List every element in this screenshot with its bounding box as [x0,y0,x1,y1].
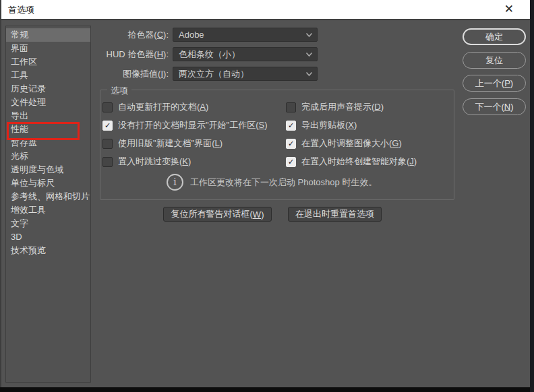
checkbox-show-start-workspace[interactable]: ✓ 没有打开的文档时显示"开始"工作区(S) [102,120,268,131]
sidebar-item-general[interactable]: 常规 [6,28,90,42]
sidebar-item-performance[interactable]: 性能 [6,123,90,136]
checkbox-always-create-smart-objects[interactable]: ✓ 在置入时始终创建智能对象(J) [286,156,417,167]
background-behind-window-bottom [0,387,530,392]
sidebar-item-tools[interactable]: 工具 [6,69,90,82]
sidebar-item-units-rulers[interactable]: 单位与标尺 [6,176,90,190]
chevron-down-icon [305,32,313,38]
checkbox-skip-transform-when-placing[interactable]: ✓ 置入时跳过变换(K) [102,156,191,167]
sidebar-item-technology-previews[interactable]: 技术预览 [6,244,90,257]
hud-color-picker-label: HUD 拾色器(H): [100,48,169,61]
reset-preferences-on-quit-button[interactable]: 在退出时重置首选项 [288,207,382,222]
workspace-restart-note: 工作区更改将在下一次启动 Photoshop 时生效。 [190,174,377,191]
check-icon: ✓ [288,158,294,166]
sidebar-item-cursors[interactable]: 光标 [6,150,90,163]
sidebar-item-transparency-gamut[interactable]: 透明度与色域 [6,163,90,176]
checkbox-beep-when-done[interactable]: ✓ 完成后用声音提示(D) [286,102,384,112]
prev-button[interactable]: 上一个(P) [463,75,526,92]
image-interpolation-row: 图像插值(I): 两次立方（自动） [100,67,318,81]
checkbox-box[interactable]: ✓ [102,121,113,131]
check-icon: ✓ [288,139,294,148]
hud-color-picker-select[interactable]: 色相条纹（小） [173,47,318,61]
color-picker-label: 拾色器(C): [100,29,169,41]
hud-color-picker-row: HUD 拾色器(H): 色相条纹（小） [100,47,318,61]
sidebar-item-file-handling[interactable]: 文件处理 [6,96,90,109]
sidebar-item-scratch-disks[interactable]: 暂存盘 [6,136,90,150]
title-bar: 首选项 ✕ [0,0,530,19]
sidebar-item-3d[interactable]: 3D [6,230,90,244]
chevron-down-icon [305,52,313,57]
options-group-title: 选项 [107,85,131,97]
reset-button[interactable]: 复位 [463,52,526,69]
sidebar-item-type[interactable]: 文字 [6,217,90,230]
checkbox-export-clipboard[interactable]: ✓ 导出剪贴板(X) [286,120,357,131]
sidebar-item-export[interactable]: 导出 [6,109,90,123]
checkbox-auto-update-open-documents[interactable]: ✓ 自动更新打开的文档(A) [102,102,208,112]
color-picker-select[interactable]: Adobe [173,28,318,42]
sidebar-item-history-log[interactable]: 历史记录 [6,82,90,96]
color-picker-row: 拾色器(C): Adobe [100,28,318,42]
window-title: 首选项 [8,4,34,16]
ok-button[interactable]: 确定 [463,28,526,45]
sidebar-item-workspace[interactable]: 工作区 [6,55,90,69]
image-interpolation-label: 图像插值(I): [100,68,169,80]
chevron-down-icon [305,71,313,77]
checkbox-box[interactable]: ✓ [102,102,113,112]
check-icon: ✓ [288,121,294,130]
hud-color-picker-value: 色相条纹（小） [179,48,240,61]
sidebar-item-plugins[interactable]: 增效工具 [6,203,90,217]
checkbox-box[interactable]: ✓ [286,121,296,131]
checkbox-box[interactable]: ✓ [286,157,296,167]
checkbox-resize-image-during-place[interactable]: ✓ 在置入时调整图像大小(G) [286,138,402,149]
titlebar-divider [0,19,530,20]
color-picker-value: Adobe [179,30,204,40]
checkbox-box[interactable]: ✓ [286,139,296,149]
close-icon[interactable]: ✕ [504,3,514,16]
next-button[interactable]: 下一个(N) [463,98,526,115]
reset-all-warning-dialogs-button[interactable]: 复位所有警告对话框(W) [163,207,272,222]
sidebar-item-interface[interactable]: 界面 [6,42,90,55]
window-left-edge [0,0,1,387]
checkbox-box[interactable]: ✓ [102,157,113,167]
checkbox-legacy-new-document[interactable]: ✓ 使用旧版"新建文档"界面(L) [102,138,222,149]
check-icon: ✓ [105,121,111,130]
info-icon: i [167,174,183,191]
checkbox-box[interactable]: ✓ [102,139,113,149]
image-interpolation-select[interactable]: 两次立方（自动） [173,67,318,81]
preferences-category-list: 常规 界面 工作区 工具 历史记录 文件处理 导出 性能 暂存盘 光标 透明度与… [5,26,91,383]
checkbox-box[interactable]: ✓ [286,102,296,112]
background-behind-window [530,0,534,392]
image-interpolation-value: 两次立方（自动） [179,68,249,80]
sidebar-item-guides-grid-slices[interactable]: 参考线、网格和切片 [6,190,90,203]
